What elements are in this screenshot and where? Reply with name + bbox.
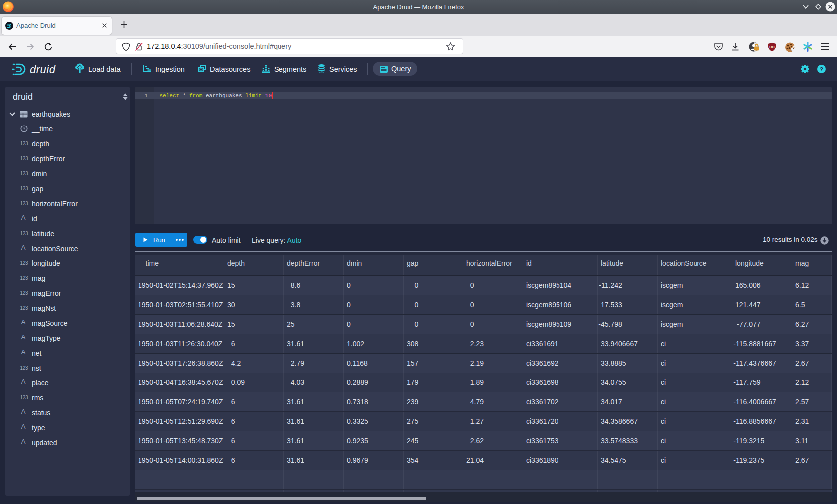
svg-text:UO: UO [769, 45, 775, 49]
svg-text:?: ? [820, 66, 823, 72]
